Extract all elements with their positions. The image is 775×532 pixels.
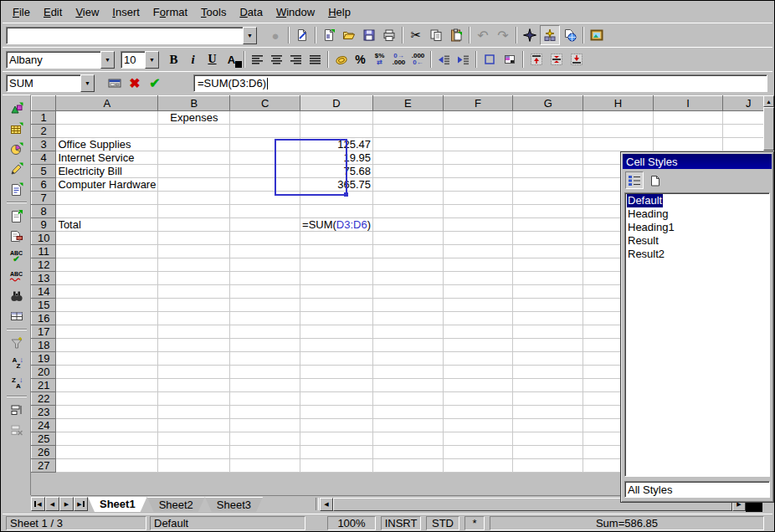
row-header-6[interactable]: 6	[32, 178, 56, 192]
cell-G5[interactable]	[513, 165, 583, 178]
cell-A1[interactable]	[56, 111, 158, 125]
style-item-result[interactable]: Result	[627, 234, 660, 248]
italic-icon[interactable]: i	[183, 49, 203, 69]
selection-mode-panel[interactable]: STD	[426, 516, 459, 530]
cell-D9[interactable]: =SUM(D3:D6)	[300, 218, 373, 232]
cell-B20[interactable]	[158, 366, 230, 379]
cell-E23[interactable]	[373, 406, 444, 419]
cell-F26[interactable]	[443, 446, 513, 459]
cell-C18[interactable]	[230, 339, 300, 352]
row-header-14[interactable]: 14	[32, 285, 56, 299]
row-header-23[interactable]: 23	[32, 406, 56, 419]
cell-C15[interactable]	[230, 299, 300, 312]
data-sources-icon[interactable]	[6, 306, 28, 326]
cell-B16[interactable]	[158, 312, 230, 325]
font-size-input[interactable]	[121, 51, 145, 69]
row-header-3[interactable]: 3	[32, 138, 56, 151]
cell-B13[interactable]	[158, 272, 230, 285]
cell-B10[interactable]	[158, 232, 230, 245]
menu-item-file[interactable]: File	[6, 4, 37, 20]
cell-B14[interactable]	[158, 285, 230, 299]
cell-G17[interactable]	[513, 325, 583, 339]
cell-F21[interactable]	[443, 379, 513, 392]
cell-A21[interactable]	[56, 379, 158, 392]
row-header-24[interactable]: 24	[32, 419, 56, 432]
cell-A6[interactable]: Computer Hardware	[56, 178, 158, 192]
cell-D7[interactable]	[300, 192, 373, 205]
cell-F24[interactable]	[443, 419, 513, 432]
cell-E4[interactable]	[373, 151, 444, 165]
cell-B17[interactable]	[158, 325, 230, 339]
cell-A9[interactable]: Total	[56, 218, 158, 232]
cell-C16[interactable]	[230, 312, 300, 325]
cell-G8[interactable]	[513, 205, 583, 218]
cell-G1[interactable]	[513, 111, 583, 125]
function-wizard-icon[interactable]	[105, 74, 125, 94]
cell-D15[interactable]	[300, 299, 373, 312]
find-replace-icon[interactable]	[6, 286, 28, 306]
add-decimal-icon[interactable]: 0→.000	[389, 49, 408, 69]
menu-item-view[interactable]: View	[69, 4, 105, 20]
row-header-16[interactable]: 16	[32, 312, 56, 325]
row-header-7[interactable]: 7	[32, 192, 56, 205]
font-name-combobox[interactable]: ▼	[6, 51, 115, 69]
style-item-heading1[interactable]: Heading1	[627, 221, 675, 234]
cell-B6[interactable]	[158, 178, 230, 192]
row-header-2[interactable]: 2	[32, 125, 56, 138]
cell-A27[interactable]	[56, 459, 158, 473]
cell-D24[interactable]	[300, 419, 373, 432]
spellcheck-icon[interactable]: ABC✔	[6, 246, 28, 266]
cell-E3[interactable]	[373, 138, 444, 151]
cell-F6[interactable]	[443, 178, 513, 192]
cut-icon[interactable]: ✂	[406, 25, 426, 45]
previous-sheet-button[interactable]: ◀	[45, 497, 59, 511]
sheet-tab-sheet2[interactable]: Sheet2	[147, 497, 205, 512]
cell-B7[interactable]	[158, 192, 230, 205]
font-size-combobox[interactable]: ▼	[121, 51, 159, 69]
open-icon[interactable]	[339, 25, 359, 45]
undo-icon[interactable]: ↶	[473, 25, 493, 45]
cell-G3[interactable]	[513, 138, 583, 151]
cell-G4[interactable]	[513, 151, 583, 165]
cell-B18[interactable]	[158, 339, 230, 352]
insert-mode-panel[interactable]: INSRT	[381, 516, 421, 530]
cell-B4[interactable]	[158, 151, 230, 165]
cell-E8[interactable]	[373, 205, 444, 218]
cell-A22[interactable]	[56, 392, 158, 406]
cell-A19[interactable]	[56, 352, 158, 366]
cell-C3[interactable]	[230, 138, 300, 151]
cell-E5[interactable]	[373, 165, 444, 178]
cell-E7[interactable]	[373, 192, 444, 205]
underline-icon[interactable]: U	[203, 49, 222, 69]
cell-B25[interactable]	[158, 432, 230, 446]
cell-A20[interactable]	[56, 366, 158, 379]
cell-A5[interactable]: Electricity Bill	[56, 165, 158, 178]
cell-G12[interactable]	[513, 258, 583, 272]
insert-form-icon[interactable]	[6, 179, 28, 199]
cell-D14[interactable]	[300, 285, 373, 299]
menu-item-edit[interactable]: Edit	[37, 4, 69, 20]
cell-G18[interactable]	[513, 339, 583, 352]
cell-E24[interactable]	[373, 419, 444, 432]
cell-A10[interactable]	[56, 232, 158, 245]
sort-descending-icon[interactable]: ZA↓	[6, 373, 28, 393]
insert-sheet-icon[interactable]	[6, 206, 28, 226]
navigator-icon[interactable]	[520, 25, 540, 45]
page-style-panel[interactable]: Default	[150, 516, 305, 530]
cell-F8[interactable]	[443, 205, 513, 218]
gallery-icon[interactable]	[560, 25, 580, 45]
cell-C2[interactable]	[230, 125, 300, 138]
cell-B3[interactable]	[158, 138, 230, 151]
menu-item-window[interactable]: Window	[269, 4, 321, 20]
cell-A23[interactable]	[56, 406, 158, 419]
cell-G7[interactable]	[513, 192, 583, 205]
redo-icon[interactable]: ↷	[493, 25, 513, 45]
cell-C5[interactable]	[230, 165, 300, 178]
style-item-default[interactable]: Default	[627, 194, 663, 207]
cell-A14[interactable]	[56, 285, 158, 299]
cell-D1[interactable]	[300, 111, 373, 125]
cell-G27[interactable]	[513, 459, 583, 473]
first-sheet-button[interactable]: ◀	[31, 497, 45, 511]
cell-G14[interactable]	[513, 285, 583, 299]
row-header-18[interactable]: 18	[32, 339, 56, 352]
